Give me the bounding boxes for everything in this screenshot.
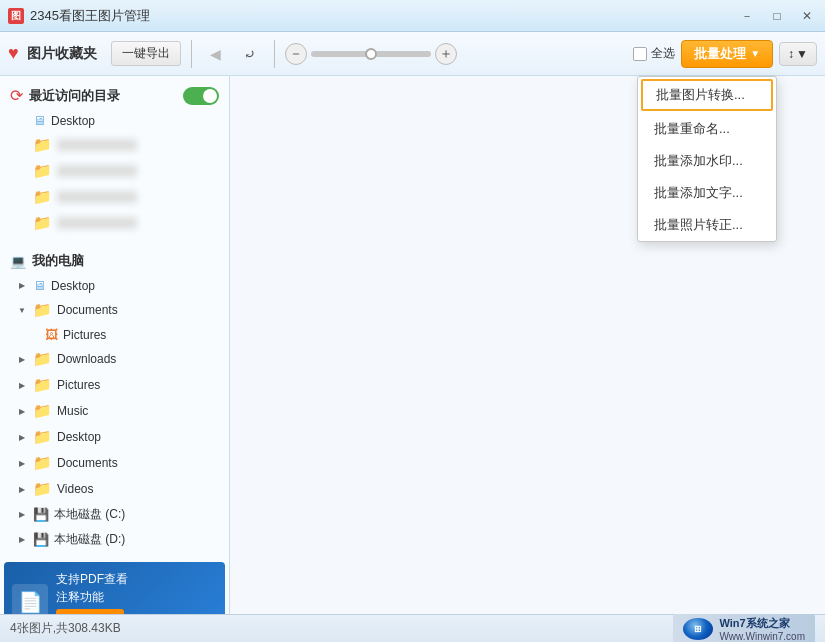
expand-icon: ▶ [16,280,28,292]
my-computer-header[interactable]: 💻 我的电脑 [0,248,229,274]
sort-icon: ↕ [788,47,794,61]
sidebar-item-label-blurred [57,217,137,229]
toolbar-separator-1 [191,40,192,68]
sidebar-item-recent-2[interactable]: 📁 [0,158,229,184]
zoom-slider-thumb [365,48,377,60]
dropdown-item-rename[interactable]: 批量重命名... [638,113,776,145]
documents2-folder-icon: 📁 [33,454,52,472]
zoom-out-button[interactable]: － [285,43,307,65]
recent-header: ⟳ 最近访问的目录 [0,82,229,109]
sidebar-item-videos[interactable]: ▶ 📁 Videos [0,476,229,502]
windows-logo: ⊞ [683,618,713,640]
dropdown-item-rotate[interactable]: 批量照片转正... [638,209,776,241]
expand-icon: ▶ [16,353,28,365]
dropdown-item-rename-label: 批量重命名... [654,121,730,136]
export-button[interactable]: 一键导出 [111,41,181,66]
sidebar-item-music[interactable]: ▶ 📁 Music [0,398,229,424]
sidebar-item-recent-4[interactable]: 📁 [0,210,229,236]
folder-icon: 📁 [33,136,52,154]
forward-button[interactable]: ⤾ [236,40,264,68]
ad-text: 支持PDF查看 注释功能 立即下载 [56,570,128,614]
dropdown-item-rotate-label: 批量照片转正... [654,217,743,232]
minimize-button[interactable]: － [733,5,761,27]
batch-dropdown-menu: 批量图片转换... 批量重命名... 批量添加水印... 批量添加文字... 批… [637,76,777,242]
sidebar-item-desktop2[interactable]: ▶ 📁 Desktop [0,424,229,450]
sidebar-item-label: Desktop [57,430,101,444]
expand-icon: ▼ [16,304,28,316]
title-bar: 图 2345看图王图片管理 － □ ✕ [0,0,825,32]
sidebar-item-local-c[interactable]: ▶ 💾 本地磁盘 (C:) [0,502,229,527]
expand-icon: ▶ [16,509,28,521]
folder-icon: 📁 [33,214,52,232]
ad-banner[interactable]: 📄 支持PDF查看 注释功能 立即下载 [4,562,225,614]
drive-c-icon: 💾 [33,507,49,522]
videos-folder-icon: 📁 [33,480,52,498]
zoom-in-button[interactable]: ＋ [435,43,457,65]
batch-process-button[interactable]: 批量处理 ▼ [681,40,773,68]
recent-toggle[interactable] [183,87,219,105]
collection-title: 图片收藏夹 [27,45,97,63]
expand-icon [16,191,28,203]
sidebar-item-local-d[interactable]: ▶ 💾 本地磁盘 (D:) [0,527,229,552]
sidebar-item-label: Desktop [51,114,95,128]
close-button[interactable]: ✕ [793,5,821,27]
select-all-control[interactable]: 全选 [633,45,675,62]
expand-icon: ▶ [16,379,28,391]
expand-icon [28,329,40,341]
back-button[interactable]: ◀ [202,40,230,68]
dropdown-item-text-label: 批量添加文字... [654,185,743,200]
dropdown-item-watermark[interactable]: 批量添加水印... [638,145,776,177]
expand-icon: ▶ [16,457,28,469]
pictures-icon: 🖼 [45,327,58,342]
sidebar-item-label: Documents [57,303,118,317]
sidebar-item-label: Documents [57,456,118,470]
sidebar-item-label: Pictures [57,378,100,392]
sidebar-item-documents[interactable]: ▼ 📁 Documents [0,297,229,323]
window-controls: － □ ✕ [733,0,821,32]
sidebar: ⟳ 最近访问的目录 🖥 Desktop 📁 📁 [0,76,230,614]
sort-arrow: ▼ [796,47,808,61]
dropdown-item-text[interactable]: 批量添加文字... [638,177,776,209]
status-bar: 4张图片,共308.43KB ⊞ Win7系统之家 Www.Winwin7.co… [0,614,825,642]
select-all-label: 全选 [651,45,675,62]
sidebar-item-pictures[interactable]: ▶ 📁 Pictures [0,372,229,398]
my-computer-label: 我的电脑 [32,252,219,270]
watermark-url: Www.Winwin7.com [719,631,805,642]
sidebar-item-label-blurred [57,165,137,177]
sidebar-item-label: Pictures [63,328,106,342]
desktop-icon: 🖥 [33,278,46,293]
expand-icon [16,165,28,177]
sidebar-item-label: Music [57,404,88,418]
expand-icon: ▶ [16,405,28,417]
dropdown-item-convert[interactable]: 批量图片转换... [641,79,773,111]
ad-line1: 支持PDF查看 [56,570,128,588]
sidebar-item-desktop[interactable]: ▶ 🖥 Desktop [0,274,229,297]
sidebar-item-downloads[interactable]: ▶ 📁 Downloads [0,346,229,372]
ad-download-button[interactable]: 立即下载 [56,609,124,614]
expand-icon: ▶ [16,534,28,546]
heart-icon: ♥ [8,43,19,64]
sidebar-item-pictures-child[interactable]: 🖼 Pictures [0,323,229,346]
ad-line2: 注释功能 [56,588,128,606]
sidebar-item-label: Videos [57,482,93,496]
sidebar-item-documents2[interactable]: ▶ 📁 Documents [0,450,229,476]
folder-icon: 📁 [33,188,52,206]
sort-button[interactable]: ↕ ▼ [779,42,817,66]
recent-section: ⟳ 最近访问的目录 🖥 Desktop 📁 📁 [0,76,229,242]
sidebar-item-label: Desktop [51,279,95,293]
pc-icon: 💻 [10,254,26,269]
select-all-checkbox[interactable] [633,47,647,61]
sidebar-item-desktop-recent[interactable]: 🖥 Desktop [0,109,229,132]
sidebar-item-recent-3[interactable]: 📁 [0,184,229,210]
sidebar-item-label-blurred [57,191,137,203]
zoom-slider[interactable] [311,51,431,57]
my-computer-section: 💻 我的电脑 ▶ 🖥 Desktop ▼ 📁 Documents 🖼 Pictu… [0,242,229,558]
watermark-site: Win7系统之家 [719,616,805,631]
expand-icon: ▶ [16,431,28,443]
sidebar-item-recent-1[interactable]: 📁 [0,132,229,158]
app-icon: 图 [8,8,24,24]
expand-icon: ▶ [16,483,28,495]
maximize-button[interactable]: □ [763,5,791,27]
batch-process-label: 批量处理 [694,45,746,63]
sidebar-item-label: 本地磁盘 (C:) [54,506,125,523]
